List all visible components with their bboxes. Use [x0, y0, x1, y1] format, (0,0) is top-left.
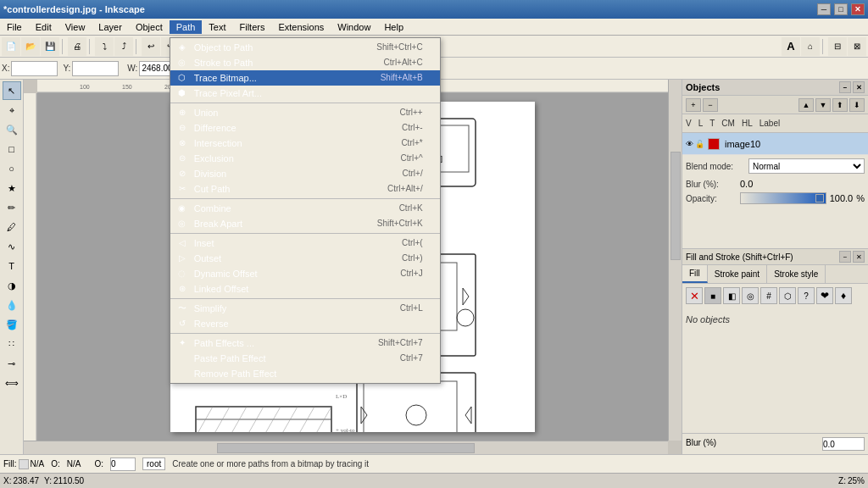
fill-expand-icon[interactable]: −: [839, 251, 851, 263]
menu-window[interactable]: Window: [331, 20, 377, 34]
menu-text[interactable]: Text: [202, 20, 232, 34]
opacity-slider[interactable]: [740, 192, 826, 204]
open-button[interactable]: 📂: [21, 37, 40, 56]
select-tool[interactable]: ↖: [3, 81, 21, 100]
menu-paste-path-effect[interactable]: Paste Path Effect Ctrl+7: [170, 351, 440, 366]
fill-flat-button[interactable]: ■: [704, 287, 721, 304]
measure-tool[interactable]: ⟺: [3, 374, 21, 392]
menu-exclusion[interactable]: ⊝ Exclusion Ctrl+^: [170, 151, 440, 166]
tab-stroke-style[interactable]: Stroke style: [767, 265, 826, 283]
text-tool[interactable]: T: [3, 257, 21, 275]
blur-bottom-input[interactable]: [822, 437, 865, 451]
menu-intersection[interactable]: ⊗ Intersection Ctrl+*: [170, 136, 440, 151]
fill-stroke-panel: Fill and Stroke (Shift+Ctrl+F) − ✕ Fill …: [682, 249, 868, 433]
x-coord-input[interactable]: [11, 61, 58, 76]
fill-pattern-button[interactable]: #: [760, 287, 777, 304]
distribute-button[interactable]: ⊠: [848, 37, 866, 56]
menu-object-to-path[interactable]: ◈ Object to Path Shift+Ctrl+C: [170, 40, 440, 55]
object-color-swatch[interactable]: [708, 138, 720, 150]
menu-trace-bitmap[interactable]: ⬡ Trace Bitmap... Shift+Alt+B: [170, 70, 440, 86]
import-button[interactable]: ⤵: [95, 37, 114, 56]
tab-fill[interactable]: Fill: [682, 265, 708, 283]
fill-linear-button[interactable]: ◧: [723, 287, 740, 304]
menu-object[interactable]: Object: [129, 20, 170, 34]
opacity-thumb[interactable]: [815, 194, 824, 202]
blend-mode-select[interactable]: Normal Multiply Screen: [748, 158, 865, 174]
objects-columns: V L T CM HL Label: [682, 114, 868, 133]
menu-layer[interactable]: Layer: [92, 20, 129, 34]
fill-extra1-button[interactable]: ❤: [816, 287, 833, 304]
objects-close-icon[interactable]: ✕: [853, 81, 865, 93]
y-coord-input[interactable]: [72, 61, 119, 76]
star-tool[interactable]: ★: [3, 179, 21, 197]
objects-expand-icon[interactable]: −: [839, 81, 851, 93]
menu-help[interactable]: Help: [377, 20, 410, 34]
opacity-status-input[interactable]: [110, 458, 136, 471]
menu-division[interactable]: ⊘ Division Ctrl+/: [170, 166, 440, 181]
gradient-tool[interactable]: ◑: [3, 276, 21, 295]
menu-outset[interactable]: ▷ Outset Ctrl+): [170, 251, 440, 266]
zoom-tool[interactable]: 🔍: [3, 120, 21, 139]
menu-view[interactable]: View: [58, 20, 92, 34]
menu-path-effects[interactable]: ✦ Path Effects ... Shift+Ctrl+7: [170, 336, 440, 351]
menu-cut-path[interactable]: ✂ Cut Path Ctrl+Alt+/: [170, 181, 440, 197]
fill-swatch-button[interactable]: ⬡: [779, 287, 796, 304]
menu-union[interactable]: ⊕ Union Ctrl++: [170, 105, 440, 120]
menu-stroke-to-path[interactable]: ◎ Stroke to Path Ctrl+Alt+C: [170, 55, 440, 70]
menu-combine[interactable]: ◉ Combine Ctrl+K: [170, 201, 440, 216]
text-tool-tb[interactable]: A: [782, 37, 800, 56]
menu-path[interactable]: Path ◈ Object to Path Shift+Ctrl+C ◎ Str…: [170, 20, 203, 34]
calligraphy-tool[interactable]: ∿: [3, 237, 21, 256]
fill-none-button[interactable]: ✕: [686, 287, 703, 304]
minimize-button[interactable]: ─: [817, 3, 831, 15]
spray-tool[interactable]: ∷: [3, 335, 21, 353]
save-button[interactable]: 💾: [41, 37, 59, 56]
menu-simplify[interactable]: 〜 Simplify Ctrl+L: [170, 301, 440, 316]
menu-difference[interactable]: ⊖ Difference Ctrl+-: [170, 120, 440, 136]
print-button[interactable]: 🖨: [68, 37, 86, 56]
menu-remove-path-effect[interactable]: Remove Path Effect: [170, 366, 440, 381]
node-tool[interactable]: ⌖: [3, 101, 21, 119]
menu-filters[interactable]: Filters: [233, 20, 272, 34]
menu-trace-pixel-art[interactable]: ⬢ Trace Pixel Art...: [170, 86, 440, 101]
maximize-button[interactable]: □: [834, 3, 848, 15]
add-layer-button[interactable]: +: [686, 98, 701, 112]
fill-unknown-button[interactable]: ?: [798, 287, 815, 304]
pencil-tool[interactable]: ✏: [3, 198, 21, 217]
menu-file[interactable]: File: [0, 20, 29, 34]
align-button[interactable]: ⊟: [828, 37, 847, 56]
menu-break-apart[interactable]: ◎ Break Apart Shift+Ctrl+K: [170, 216, 440, 231]
node-tool-tb[interactable]: ⌂: [801, 37, 820, 56]
undo-button[interactable]: ↩: [142, 37, 160, 56]
fill-radial-button[interactable]: ◎: [742, 287, 759, 304]
menu-linked-offset[interactable]: ⊛ Linked Offset: [170, 281, 440, 297]
object-to-path-label: Object to Path: [194, 42, 253, 53]
move-up-button[interactable]: ▲: [798, 98, 814, 112]
objects-row-image10[interactable]: 👁 🔓 image10: [682, 133, 868, 155]
menu-edit[interactable]: Edit: [29, 20, 58, 34]
fill-extra2-button[interactable]: ♦: [835, 287, 852, 304]
new-button[interactable]: 📄: [2, 37, 20, 56]
close-button[interactable]: ✕: [851, 3, 865, 15]
vertical-scrollbar[interactable]: [668, 80, 682, 441]
remove-layer-button[interactable]: −: [703, 98, 718, 112]
connector-tool[interactable]: ⊸: [3, 354, 21, 373]
stroke-to-path-shortcut: Ctrl+Alt+C: [367, 58, 423, 67]
move-top-button[interactable]: ⬆: [832, 98, 848, 112]
paint-bucket-tool[interactable]: 🪣: [3, 315, 21, 334]
menu-dynamic-offset[interactable]: ◌ Dynamic Offset Ctrl+J: [170, 266, 440, 281]
linked-offset-label: Linked Offset: [194, 284, 249, 294]
fill-close-icon[interactable]: ✕: [853, 251, 865, 263]
tab-stroke-paint[interactable]: Stroke paint: [708, 265, 767, 283]
move-bottom-button[interactable]: ⬇: [849, 98, 865, 112]
rect-tool[interactable]: □: [3, 140, 21, 158]
menu-reverse[interactable]: ↺ Reverse: [170, 316, 440, 331]
export-button[interactable]: ⤴: [114, 37, 133, 56]
move-down-button[interactable]: ▼: [815, 98, 831, 112]
menu-inset[interactable]: ◁ Inset Ctrl+(: [170, 236, 440, 251]
menu-extensions[interactable]: Extensions: [271, 20, 331, 34]
horizontal-scrollbar[interactable]: [24, 441, 668, 454]
eyedropper-tool[interactable]: 💧: [3, 296, 21, 314]
pen-tool[interactable]: 🖊: [3, 218, 21, 236]
circle-tool[interactable]: ○: [3, 159, 21, 178]
